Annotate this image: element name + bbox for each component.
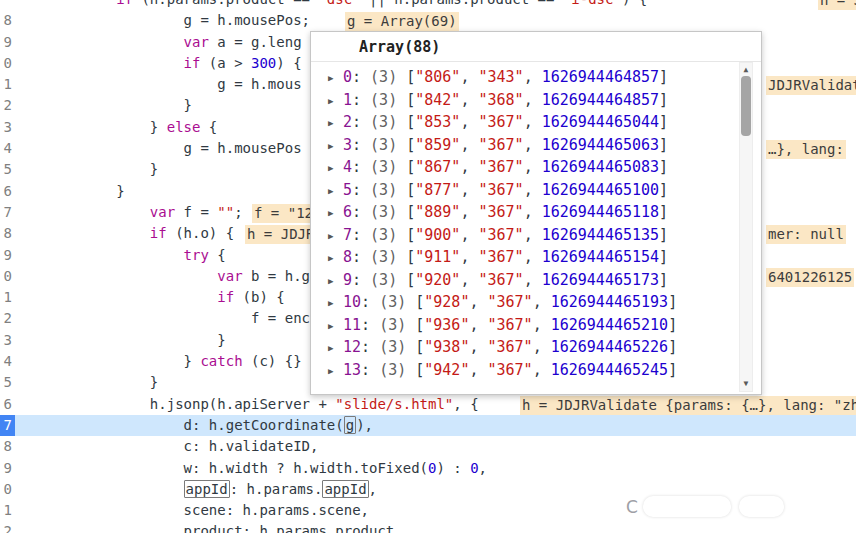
array-entry-row[interactable]: ▶10: (3) ["928", "367", 1626944465193]	[328, 291, 761, 314]
close-bracket: ]	[659, 271, 668, 289]
hover-highlighted-token[interactable]: appId	[322, 480, 368, 498]
array-entry-row[interactable]: ▶3: (3) ["859", "367", 1626944465063]	[328, 134, 761, 157]
expand-triangle-icon[interactable]: ▶	[328, 90, 343, 113]
line-number[interactable]: 9	[0, 245, 15, 266]
comma-separator: ,	[524, 136, 542, 154]
line-number[interactable]: 4	[0, 138, 15, 159]
inline-debug-value[interactable]: h = JDJ	[818, 0, 856, 10]
line-number[interactable]: 2	[0, 521, 15, 533]
line-number[interactable]: 6	[0, 181, 15, 202]
line-number[interactable]: 0	[0, 479, 15, 500]
inline-debug-value[interactable]: …}, lang:	[766, 140, 846, 159]
line-number[interactable]: 5	[0, 159, 15, 180]
line-number[interactable]: 9	[0, 458, 15, 479]
line-number[interactable]: 2	[0, 95, 15, 116]
expand-triangle-icon[interactable]: ▶	[328, 112, 343, 135]
array-entry-row[interactable]: ▶1: (3) ["842", "368", 1626944464857]	[328, 89, 761, 112]
array-entry-row[interactable]: ▶5: (3) ["877", "367", 1626944465100]	[328, 179, 761, 202]
string-value: "889"	[415, 203, 460, 221]
line-number[interactable]: 2	[0, 308, 15, 329]
comma-separator: ,	[460, 203, 478, 221]
line-number[interactable]: 8	[0, 10, 15, 31]
array-entry-row[interactable]: ▶13: (3) ["942", "367", 1626944465245]	[328, 359, 761, 382]
hover-highlighted-token[interactable]: appId	[184, 480, 230, 498]
expand-triangle-icon[interactable]: ▶	[328, 337, 343, 360]
array-index: 4	[343, 158, 352, 176]
inline-debug-value[interactable]: JDJRValidat	[766, 76, 856, 95]
close-bracket: ]	[659, 158, 668, 176]
expand-triangle-icon[interactable]: ▶	[328, 247, 343, 270]
code-text: }	[15, 159, 158, 180]
array-entry-row[interactable]: ▶4: (3) ["867", "367", 1626944465083]	[328, 156, 761, 179]
colon-separator: :	[352, 226, 370, 244]
code-text: if (a > 300) {	[15, 53, 302, 74]
line-number[interactable]: 7	[0, 415, 15, 436]
expand-triangle-icon[interactable]: ▶	[328, 157, 343, 180]
code-token: ,	[369, 481, 377, 497]
expand-triangle-icon[interactable]: ▶	[328, 270, 343, 293]
expand-triangle-icon[interactable]: ▶	[328, 180, 343, 203]
inline-debug-value[interactable]: mer: null	[766, 225, 846, 244]
close-bracket: ]	[668, 293, 677, 311]
colon-separator: :	[361, 338, 379, 356]
array-entry-row[interactable]: ▶0: (3) ["806", "343", 1626944464857]	[328, 66, 761, 89]
line-number[interactable]: 1	[0, 500, 15, 521]
expand-triangle-icon[interactable]: ▶	[328, 67, 343, 90]
code-text: c: h.validateID,	[15, 436, 318, 457]
code-token: g = h.mousePos	[184, 140, 302, 156]
line-number[interactable]: 8	[0, 436, 15, 457]
code-text: }	[15, 95, 192, 116]
expand-triangle-icon[interactable]: ▶	[328, 135, 343, 158]
popup-scrollbar[interactable]: ▲ ▼	[739, 62, 753, 392]
close-bracket: ]	[659, 91, 668, 109]
array-entry-row[interactable]: ▶8: (3) ["911", "367", 1626944465154]	[328, 246, 761, 269]
line-number[interactable]: 6	[0, 394, 15, 415]
inline-debug-value[interactable]: g = Array(69)	[345, 12, 459, 31]
line-number[interactable]: 1	[0, 74, 15, 95]
scrollbar-up-arrow-icon[interactable]: ▲	[740, 65, 752, 75]
string-value: "367"	[478, 113, 523, 131]
inline-debug-value[interactable]: h = JDJRValidate {params: {…}, lang: "zh…	[520, 396, 856, 415]
line-number[interactable]: 8	[0, 223, 15, 244]
expand-triangle-icon[interactable]: ▶	[328, 202, 343, 225]
expand-triangle-icon[interactable]: ▶	[328, 315, 343, 338]
scrollbar-down-arrow-icon[interactable]: ▼	[740, 379, 752, 389]
code-token: ""	[217, 204, 234, 220]
line-number[interactable]: 3	[0, 117, 15, 138]
colon-separator: :	[352, 203, 370, 221]
code-text: var b = h.getE	[15, 266, 335, 287]
line-number[interactable]	[0, 0, 15, 10]
close-bracket: ]	[659, 226, 668, 244]
inline-debug-value[interactable]: 6401226125	[766, 268, 854, 287]
line-number[interactable]: 0	[0, 53, 15, 74]
array-length-badge: (3)	[370, 158, 406, 176]
array-entry-row[interactable]: ▶6: (3) ["889", "367", 1626944465118]	[328, 201, 761, 224]
colon-separator: :	[352, 91, 370, 109]
line-number[interactable]: 1	[0, 287, 15, 308]
comma-separator: ,	[524, 248, 542, 266]
array-entry-row[interactable]: ▶9: (3) ["920", "367", 1626944465173]	[328, 269, 761, 292]
line-number[interactable]: 7	[0, 202, 15, 223]
line-number[interactable]: 4	[0, 351, 15, 372]
line-number[interactable]: 5	[0, 372, 15, 393]
array-entry-row[interactable]: ▶12: (3) ["938", "367", 1626944465226]	[328, 336, 761, 359]
hover-highlighted-token[interactable]: g	[344, 416, 356, 434]
expand-triangle-icon[interactable]: ▶	[328, 292, 343, 315]
scrollbar-thumb[interactable]	[741, 76, 751, 136]
code-token: catch	[200, 353, 242, 369]
code-token: (b) {	[234, 289, 285, 305]
line-number[interactable]: 3	[0, 330, 15, 351]
array-index: 9	[343, 271, 352, 289]
open-bracket: [	[406, 203, 415, 221]
code-token: if	[217, 289, 234, 305]
open-bracket: [	[415, 361, 424, 379]
number-value: 1626944465210	[551, 316, 668, 334]
array-entry-row[interactable]: ▶11: (3) ["936", "367", 1626944465210]	[328, 314, 761, 337]
line-number[interactable]: 0	[0, 266, 15, 287]
expand-triangle-icon[interactable]: ▶	[328, 225, 343, 248]
expand-triangle-icon[interactable]: ▶	[328, 360, 343, 383]
array-entry-row[interactable]: ▶7: (3) ["900", "367", 1626944465135]	[328, 224, 761, 247]
array-entry-row[interactable]: ▶2: (3) ["853", "367", 1626944465044]	[328, 111, 761, 134]
line-number[interactable]: 9	[0, 32, 15, 53]
comma-separator: ,	[469, 361, 487, 379]
